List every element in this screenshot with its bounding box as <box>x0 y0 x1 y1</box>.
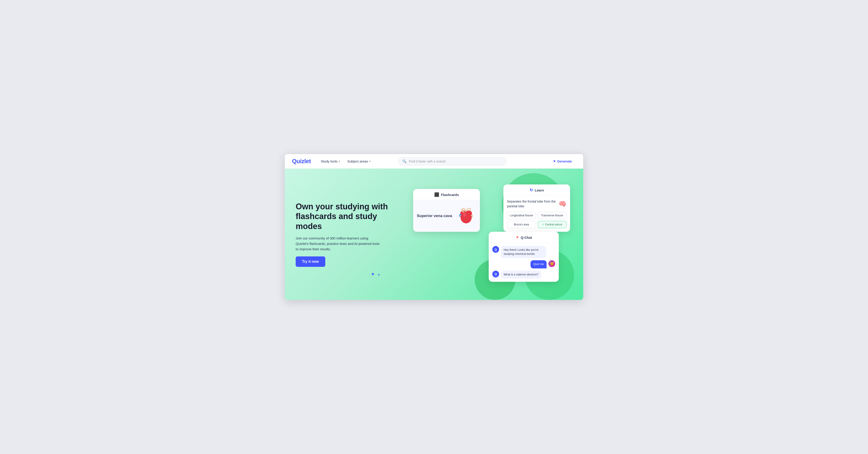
learn-options: Longitudinal fissure Transverse fissure … <box>507 212 566 228</box>
checkmark-icon: ✓ <box>542 223 544 226</box>
sparkle-icon: ✦ <box>553 159 556 163</box>
flashcard-term: Superior vena cava <box>417 214 452 219</box>
learn-option-4-correct[interactable]: ✓ Central sulcus <box>538 221 567 228</box>
browser-window: Quizlet Study tools ▾ Subject areas ▾ 🔍 … <box>285 154 583 300</box>
qchat-card: ✦ Q-Chat Q Hey there! Looks like you're … <box>489 232 559 282</box>
hero-right: ⬛ Flashcards Superior vena cava <box>404 182 572 286</box>
qchat-body: Q Hey there! Looks like you're studying … <box>489 243 559 282</box>
flashcards-label: Flashcards <box>441 193 459 197</box>
sparkle-large-icon: ✦ <box>371 272 375 277</box>
learn-body: 🧠 Separates the frontal lobe from the pa… <box>503 196 570 232</box>
svg-point-2 <box>466 210 472 217</box>
study-tools-nav[interactable]: Study tools ▾ <box>318 158 343 165</box>
cta-label: Try it now <box>302 260 319 264</box>
sparkles-decoration: ✦ ✦ <box>371 272 380 277</box>
learn-label: Learn <box>535 188 544 192</box>
cards-container: ⬛ Flashcards Superior vena cava <box>404 182 572 286</box>
user-avatar: 🐱 <box>548 260 555 267</box>
flashcard-body: Superior vena cava <box>413 200 480 232</box>
chat-row-user: 🐱 Quiz me <box>492 260 555 268</box>
chat-bubble-bot-2: What is a valence electron? <box>501 271 541 279</box>
learn-option-2[interactable]: Transverse fissure <box>538 212 567 219</box>
chat-bubble-bot-1: Hey there! Looks like you're studying ch… <box>501 246 546 258</box>
learn-card: ↻ Learn 🧠 Separates the frontal lobe fro… <box>503 185 570 232</box>
subject-areas-nav[interactable]: Subject areas ▾ <box>344 158 373 165</box>
nav-links: Study tools ▾ Subject areas ▾ <box>318 158 373 165</box>
learn-option-3[interactable]: Broca's area <box>507 221 536 228</box>
hero-subtitle: Join our community of 300 million learne… <box>296 235 381 252</box>
flashcard-icon: ⬛ <box>434 192 439 197</box>
brain-emoji: 🧠 <box>559 199 566 209</box>
learn-option-1[interactable]: Longitudinal fissure <box>507 212 536 219</box>
chat-bubble-user: Quiz me <box>530 260 547 268</box>
chevron-down-icon: ▾ <box>369 160 370 163</box>
qchat-icon: ✦ <box>516 235 519 240</box>
sparkle-small-icon: ✦ <box>377 273 380 277</box>
bot-avatar: Q <box>492 246 499 253</box>
logo[interactable]: Quizlet <box>292 158 311 165</box>
chevron-down-icon: ▾ <box>339 160 340 163</box>
study-tools-label: Study tools <box>321 159 338 163</box>
chat-row-bot-1: Q Hey there! Looks like you're studying … <box>492 246 555 258</box>
search-bar[interactable]: 🔍 <box>398 157 506 165</box>
qchat-label: Q-Chat <box>521 235 532 239</box>
svg-point-3 <box>463 213 466 217</box>
try-it-now-button[interactable]: Try it now <box>296 256 325 267</box>
subject-areas-label: Subject areas <box>347 159 368 163</box>
learn-question: 🧠 Separates the frontal lobe from the pa… <box>507 199 566 209</box>
navbar: Quizlet Study tools ▾ Subject areas ▾ 🔍 … <box>285 154 583 169</box>
heart-illustration <box>456 206 476 226</box>
hero-left: Own your studying with flashcards and st… <box>296 182 404 286</box>
generate-button[interactable]: ✦ Generate <box>549 157 576 165</box>
flashcards-card-header: ⬛ Flashcards <box>413 189 480 200</box>
bot-avatar-2: Q <box>492 271 499 278</box>
search-icon: 🔍 <box>402 159 407 163</box>
search-input[interactable] <box>409 160 502 163</box>
learn-card-header: ↻ Learn <box>503 185 570 196</box>
chat-row-bot-2: Q What is a valence electron? <box>492 271 555 279</box>
hero-section: Own your studying with flashcards and st… <box>285 169 583 300</box>
learn-icon: ↻ <box>530 188 533 193</box>
qchat-card-header: ✦ Q-Chat <box>489 232 559 243</box>
generate-label: Generate <box>557 159 572 163</box>
flashcards-card: ⬛ Flashcards Superior vena cava <box>413 189 480 232</box>
hero-title: Own your studying with flashcards and st… <box>296 202 391 231</box>
